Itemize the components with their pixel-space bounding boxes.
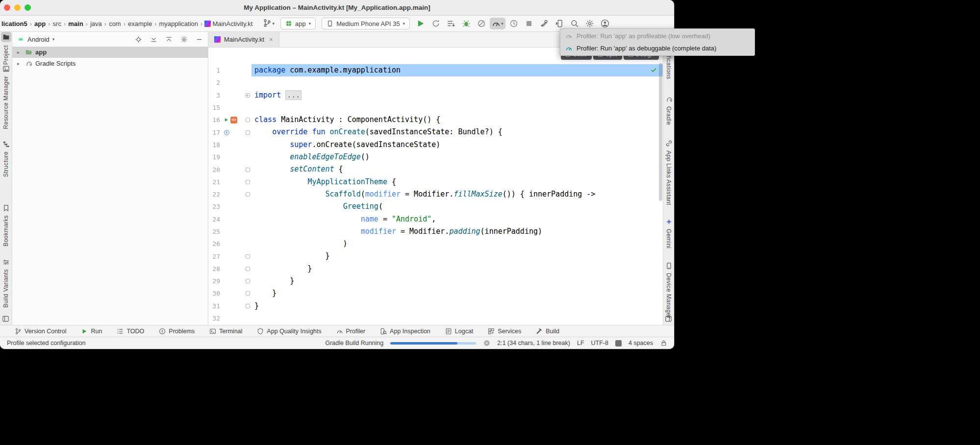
code-line-1[interactable]: 1package com.example.myapplication [208,64,663,76]
chevron-right-icon[interactable]: ▸ [17,61,22,66]
editor-body[interactable]: 1package com.example.myapplication23+imp… [208,48,663,325]
tool-stripe-project[interactable]: Project [0,32,12,65]
code-line-18[interactable]: 18 super.onCreate(savedInstanceState) [208,139,663,151]
fold-marker-icon[interactable] [246,180,250,184]
tool-stripe-structure[interactable]: Structure [0,140,12,177]
fold-marker-icon[interactable] [246,254,250,259]
device-tools-button[interactable] [538,18,551,29]
locate-file-button[interactable] [134,35,142,43]
tool-window-app-inspection[interactable]: App Inspection [380,328,430,335]
tree-item-gradle-scripts[interactable]: ▸ Gradle Scripts [12,58,208,69]
run-gutter-icon[interactable] [224,117,229,123]
code-line-24[interactable]: 24 name = "Android", [208,213,663,225]
breadcrumb-item-com[interactable]: com [108,20,122,27]
code-line-31[interactable]: 31} [208,300,663,312]
editor-scrollbar[interactable] [659,63,662,201]
debug-button[interactable] [459,18,473,29]
stop-button[interactable] [523,18,536,29]
close-window-button[interactable] [4,4,10,11]
code-line-3[interactable]: 3+import ... [208,89,663,101]
tool-stripe-gradle[interactable]: Gradle [663,95,674,125]
window-layout-icon[interactable] [2,315,10,323]
code-line-19[interactable]: 19 enableEdgeToEdge() [208,151,663,163]
project-view-select[interactable]: Android [27,36,50,43]
minimize-window-button[interactable] [14,4,21,11]
breadcrumb-item-src[interactable]: src [52,20,62,27]
fold-marker-icon[interactable] [246,192,250,197]
code-line-21[interactable]: 21 MyApplicationTheme { [208,176,663,188]
expand-all-button[interactable] [150,35,157,43]
breadcrumb-item-java[interactable]: java [90,20,102,27]
tool-window-build[interactable]: Build [536,328,559,335]
code-line-22[interactable]: 22 Scaffold(modifier = Modifier.fillMaxS… [208,188,663,200]
tool-window-todo[interactable]: TODO [117,328,144,335]
profiler-button[interactable]: ▾ [490,18,505,29]
status-misc-icon[interactable] [615,340,622,346]
run-button[interactable] [414,18,427,29]
code-line-20[interactable]: 20 setContent { [208,163,663,175]
fold-marker-icon[interactable] [246,118,250,122]
code-line-23[interactable]: 23 Greeting( [208,200,663,213]
tool-window-app-quality-insights[interactable]: App Quality Insights [257,328,321,335]
fold-marker-icon[interactable] [246,267,250,271]
code-line-2[interactable]: 2 [208,76,663,89]
tool-stripe-bookmarks[interactable]: Bookmarks [0,203,12,247]
indent-style[interactable]: 4 spaces [628,340,653,346]
line-ending[interactable]: LF [577,340,584,346]
tool-window-run[interactable]: Run [81,328,102,335]
inspections-status-icon[interactable] [650,66,657,74]
code-line-17[interactable]: 17 override fun onCreate(savedInstanceSt… [208,126,663,138]
close-tab-icon[interactable]: × [269,36,273,43]
fold-marker-icon[interactable]: + [246,93,250,98]
device-select[interactable]: Medium Phone API 35 ▾ [322,18,410,29]
account-avatar[interactable] [599,18,612,29]
tool-window-problems[interactable]: Problems [159,328,195,335]
breadcrumb-item-mainactivity-kt[interactable]: MainActivity.kt [212,20,253,27]
fold-marker-icon[interactable] [246,168,250,172]
code-line-29[interactable]: 29 } [208,275,663,287]
tree-item-app[interactable]: ▸ app [12,47,208,58]
profiler-sessions-button[interactable] [507,18,521,29]
run-configuration-select[interactable]: app ▾ [280,18,316,29]
build-menu-button[interactable] [444,18,457,29]
code-line-32[interactable]: 32 [208,312,663,324]
code-line-28[interactable]: 28 } [208,263,663,275]
fold-marker-icon[interactable] [246,279,250,283]
profiler-menu-item[interactable]: Profiler: Run 'app' as debuggable (compl… [560,42,754,54]
tool-window-version-control[interactable]: Version Control [15,328,66,335]
readonly-lock-icon[interactable] [660,340,667,347]
chevron-right-icon[interactable]: ▸ [17,49,22,55]
panel-settings-button[interactable] [180,35,188,43]
tab-mainactivity[interactable]: MainActivity.kt × [208,32,279,47]
tool-stripe-gemini[interactable]: Gemini [663,217,674,248]
fold-marker-icon[interactable] [246,130,250,135]
code-line-25[interactable]: 25 modifier = Modifier.padding(innerPadd… [208,225,663,238]
collapse-all-button[interactable] [165,35,173,43]
compose-gutter-icon[interactable]: <> [230,117,237,124]
mirror-device-button[interactable] [553,18,566,29]
code-line-30[interactable]: 30 } [208,287,663,299]
breadcrumb-item-example[interactable]: example [127,20,152,27]
tool-window-services[interactable]: Services [488,328,521,335]
code-line-27[interactable]: 27 } [208,250,663,262]
vcs-widget[interactable]: ▾ [261,18,276,29]
tool-window-profiler[interactable]: Profiler [336,328,366,335]
search-everywhere-button[interactable] [568,18,581,29]
rerun-button[interactable] [429,18,442,29]
tool-stripe-app-links-assistant[interactable]: App Links Assistant [663,139,674,205]
tool-window-terminal[interactable]: Terminal [209,328,242,335]
breadcrumb-item-app[interactable]: app [34,20,46,27]
fold-marker-icon[interactable] [246,304,250,308]
code-line-15[interactable]: 15 [208,101,663,114]
tool-stripe-build-variants[interactable]: Build Variants [0,257,12,308]
hide-panel-button[interactable] [195,35,203,43]
breadcrumb-item-lication5[interactable]: lication5 [1,20,28,27]
encoding[interactable]: UTF-8 [591,340,608,346]
caret-position[interactable]: 2:1 (34 chars, 1 line break) [497,340,570,346]
tool-stripe-device-manager[interactable]: Device Manager [663,261,674,319]
code-line-26[interactable]: 26 ) [208,238,663,250]
cancel-build-button[interactable] [483,340,490,347]
breadcrumb-item-main[interactable]: main [68,20,83,27]
override-gutter-icon[interactable] [224,129,230,136]
tool-stripe-resource-manager[interactable]: Resource Manager [0,64,12,129]
